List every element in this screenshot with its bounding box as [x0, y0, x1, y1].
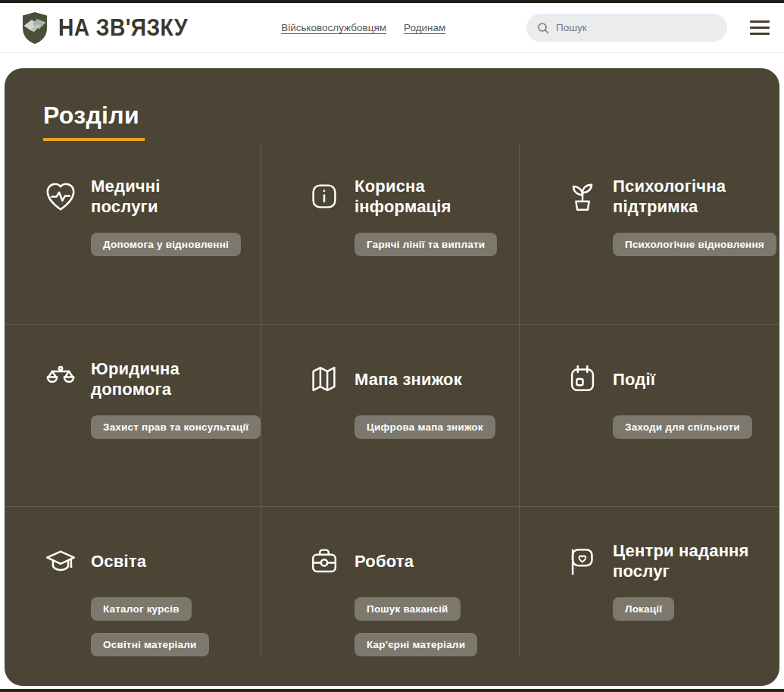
tag-chip[interactable]: Допомога у відновленні [91, 233, 241, 256]
shield-handshake-icon [21, 11, 48, 45]
card-title: Мапа знижок [355, 369, 462, 390]
site-header: НА ЗВ'ЯЗКУ Військовослужбовцям Родинам [0, 3, 784, 53]
bottom-border-strip [0, 689, 784, 692]
sections-panel: Розділи Медичні послуги Допомога у відно… [5, 68, 779, 686]
page-title: Розділи [43, 102, 779, 130]
panel-head: Розділи [5, 68, 779, 141]
nav-link-families[interactable]: Родинам [404, 22, 445, 33]
card-psychological-support[interactable]: Психологічна підтримка Психологічне відн… [520, 142, 779, 324]
tag-chip[interactable]: Пошук вакансій [355, 597, 461, 621]
tag-chip[interactable]: Освітні матеріали [91, 633, 209, 656]
logo[interactable]: НА ЗВ'ЯЗКУ [21, 11, 205, 45]
card-title: Центри надання послуг [613, 540, 749, 581]
tag-chip[interactable]: Захист прав та консультації [91, 415, 261, 439]
card-title: Психологічна підтримка [613, 176, 726, 217]
card-title: Робота [355, 551, 414, 571]
info-icon [307, 179, 342, 214]
card-service-centers[interactable]: Центри надання послуг Локації [520, 506, 779, 656]
heart-pulse-icon [43, 179, 78, 214]
flag-heart-icon [565, 543, 600, 578]
sections-grid: Медичні послуги Допомога у відновленні К… [5, 142, 779, 656]
card-title: Корисна інформація [355, 176, 451, 217]
tag-chip[interactable]: Каталог курсів [91, 597, 192, 621]
calendar-icon [565, 362, 600, 396]
card-events[interactable]: Події Заходи для спільноти [520, 324, 779, 506]
scales-icon [43, 362, 78, 396]
card-discount-map[interactable]: Мапа знижок Цифрова мапа знижок [261, 324, 520, 506]
briefcase-icon [307, 543, 342, 578]
search-input[interactable] [556, 22, 717, 33]
card-medical-services[interactable]: Медичні послуги Допомога у відновленні [5, 142, 261, 324]
map-icon [307, 362, 342, 396]
card-title: Освіта [91, 551, 146, 571]
card-title: Події [613, 369, 655, 390]
card-legal-aid[interactable]: Юридична допомога Захист прав та консуль… [5, 324, 261, 506]
card-work[interactable]: Робота Пошук вакансій Кар'єрні матеріали [261, 506, 520, 656]
tag-chip[interactable]: Локації [613, 597, 674, 621]
tag-chip[interactable]: Заходи для спільноти [613, 415, 752, 439]
tag-chip[interactable]: Психологічне відновлення [613, 233, 776, 256]
card-useful-info[interactable]: Корисна інформація Гарячі лінії та випла… [261, 142, 520, 324]
main-nav: Військовослужбовцям Родинам [281, 22, 445, 33]
tag-chip[interactable]: Цифрова мапа знижок [355, 415, 495, 439]
tag-chip[interactable]: Гарячі лінії та виплати [355, 233, 497, 256]
card-education[interactable]: Освіта Каталог курсів Освітні матеріали [5, 506, 261, 656]
search-icon [537, 22, 549, 34]
tag-chip[interactable]: Кар'єрні матеріали [355, 633, 477, 656]
brand-title: НА ЗВ'ЯЗКУ [58, 14, 188, 42]
search-box[interactable] [526, 14, 727, 42]
graduation-cap-icon [43, 543, 78, 578]
card-title: Медичні послуги [91, 176, 161, 217]
nav-link-military[interactable]: Військовослужбовцям [281, 22, 386, 33]
hamburger-menu-icon[interactable] [750, 20, 770, 36]
card-title: Юридична допомога [91, 359, 180, 399]
title-accent-underline [43, 138, 145, 141]
sprout-icon [565, 179, 600, 214]
